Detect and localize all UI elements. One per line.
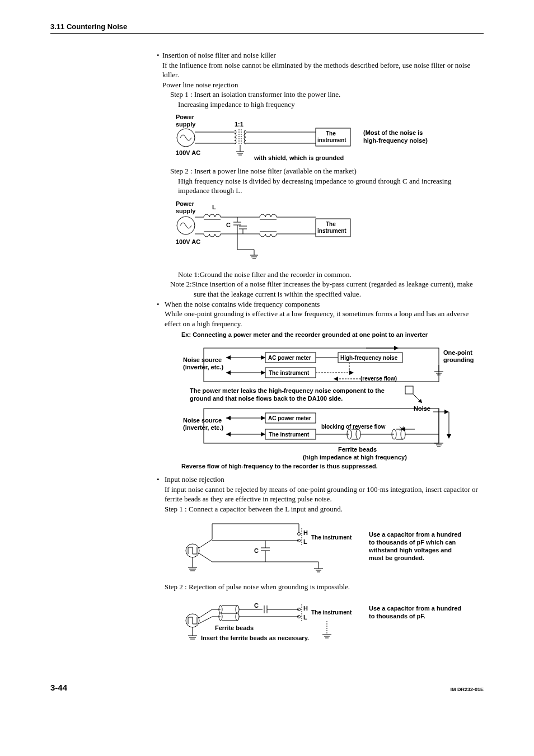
svg-text:Use a capacitor from a hundred: Use a capacitor from a hundred [369, 605, 461, 612]
svg-text:Insert the ferrite beads as ne: Insert the ferrite beads as necessary. [201, 635, 309, 641]
svg-text:supply: supply [176, 121, 196, 128]
svg-text:H: H [303, 529, 308, 536]
svg-text:to thousands of pF.: to thousands of pF. [369, 613, 425, 619]
svg-text:instrument: instrument [317, 228, 346, 234]
main-content: • Insertion of noise filter and noise ki… [157, 50, 484, 655]
figure-input-capacitor: H L The instrument C [181, 517, 484, 579]
svg-text:Noise source: Noise source [183, 356, 222, 363]
svg-text:withstand high voltages and: withstand high voltages and [368, 547, 452, 553]
svg-marker-125 [447, 434, 451, 439]
step-title: Step 2 : Insert a power line noise filte… [170, 166, 484, 176]
svg-text:(inverter, etc.): (inverter, etc.) [183, 364, 223, 370]
step-title: Step 2 : Rejection of pulse noise when g… [165, 582, 484, 592]
svg-text:Noise: Noise [414, 405, 430, 412]
svg-point-139 [298, 533, 301, 536]
svg-point-174 [236, 605, 239, 613]
bullet-title: Insertion of noise filter and noise kill… [162, 50, 484, 60]
step-title: Step 1 : Connect a capacitor between the… [165, 504, 484, 514]
bullet-icon: • [157, 50, 162, 299]
svg-text:to thousands of pF which can: to thousands of pF which can [369, 539, 456, 546]
paragraph: Power line noise rejection [162, 80, 484, 90]
step-subtitle: High frequency noise is divided by decre… [178, 176, 484, 196]
figure-one-point-grounding: Noise source (inverter, etc.) AC power m… [181, 342, 484, 471]
svg-text:The instrument: The instrument [269, 431, 310, 438]
svg-text:blocking of reverse flow: blocking of reverse flow [321, 424, 386, 430]
svg-text:The instrument: The instrument [311, 609, 352, 616]
svg-point-180 [236, 613, 239, 621]
svg-text:100V AC: 100V AC [176, 238, 200, 245]
figure-line-filter: Power supply 100V AC L [170, 199, 484, 266]
svg-line-169 [199, 617, 212, 623]
svg-text:AC power meter: AC power meter [268, 355, 311, 361]
svg-text:C: C [254, 547, 259, 554]
svg-text:Ferrite beads: Ferrite beads [215, 624, 254, 631]
svg-point-116 [401, 429, 405, 439]
svg-text:L: L [212, 204, 216, 210]
svg-text:Ferrite beads: Ferrite beads [338, 446, 377, 453]
svg-text:H: H [303, 605, 308, 612]
svg-text:Noise source: Noise source [183, 417, 222, 424]
svg-text:C: C [226, 222, 231, 228]
note: Note 2:Since insertion of a noise filter… [194, 279, 484, 299]
svg-marker-99 [226, 432, 231, 436]
svg-text:100V AC: 100V AC [176, 149, 200, 156]
svg-text:1:1: 1:1 [235, 121, 243, 128]
step-title: Step 1 : Insert an isolation transformer… [170, 90, 484, 100]
svg-text:instrument: instrument [317, 137, 346, 143]
figure-isolation-transformer: Power supply 100V AC 1:1 [170, 112, 484, 163]
svg-text:(Most of the noise is: (Most of the noise is [363, 129, 423, 136]
svg-rect-85 [405, 386, 413, 394]
paragraph: While one-point grounding is effective a… [165, 309, 484, 328]
svg-text:must be grounded.: must be grounded. [369, 555, 424, 561]
note: Note 1:Ground the noise filter and the r… [178, 270, 484, 280]
svg-text:supply: supply [176, 208, 196, 214]
svg-text:Use a capacitor from a hundred: Use a capacitor from a hundred [369, 531, 461, 538]
svg-text:The: The [326, 130, 336, 137]
svg-point-111 [356, 429, 360, 439]
svg-line-168 [199, 609, 212, 618]
svg-marker-97 [261, 416, 265, 420]
svg-line-134 [199, 539, 212, 548]
svg-text:The power meter leaks the high: The power meter leaks the high-frequency… [190, 387, 385, 394]
paragraph: If the influence from noise cannot be el… [162, 60, 484, 80]
svg-marker-123 [444, 410, 449, 414]
figure-ferrite-beads: C H L The instrument Ferrite beads Inser… [181, 595, 484, 651]
svg-text:The instrument: The instrument [311, 534, 352, 541]
svg-text:The: The [326, 221, 336, 227]
svg-text:Power: Power [176, 114, 195, 120]
svg-marker-75 [334, 377, 338, 381]
svg-text:with shield, which is grounded: with shield, which is grounded [254, 154, 344, 161]
svg-marker-100 [261, 432, 265, 436]
svg-marker-64 [261, 355, 265, 360]
page-number: 3-44 [50, 683, 67, 692]
svg-text:L: L [303, 538, 307, 545]
document-id: IM DR232-01E [450, 687, 484, 692]
svg-text:(inverter, etc.): (inverter, etc.) [183, 424, 223, 431]
svg-text:ground and that noise flows ba: ground and that noise flows back to the … [190, 395, 343, 402]
svg-marker-66 [226, 370, 231, 375]
svg-text:L: L [303, 614, 307, 621]
svg-marker-67 [261, 370, 265, 375]
example-title: Ex: Connecting a power meter and the rec… [181, 331, 484, 339]
svg-marker-96 [226, 416, 231, 420]
svg-rect-53 [204, 348, 439, 382]
svg-text:C: C [254, 602, 259, 609]
svg-marker-63 [226, 355, 231, 360]
svg-text:AC power meter: AC power meter [268, 415, 311, 421]
svg-text:grounding: grounding [443, 356, 474, 363]
svg-text:(reverse flow): (reverse flow) [360, 375, 397, 382]
svg-text:(high impedance at high freque: (high impedance at high frequency) [303, 454, 407, 461]
bullet-title: Input noise rejection [165, 475, 484, 485]
svg-text:High-frequency noise: High-frequency noise [340, 355, 398, 361]
bullet-icon: • [157, 299, 165, 475]
bullet-icon: • [157, 475, 165, 655]
svg-text:high-frequency noise): high-frequency noise) [363, 137, 428, 144]
section-header: 3.11 Countering Noise [50, 22, 484, 34]
step-subtitle: Increasing impedance to high frequency [178, 100, 484, 110]
bullet-title: When the noise contains wide frequency c… [165, 299, 484, 309]
svg-text:The instrument: The instrument [269, 370, 310, 376]
svg-text:One-point: One-point [443, 349, 472, 356]
svg-marker-72 [349, 370, 354, 375]
svg-line-135 [199, 553, 212, 562]
paragraph: If input noise cannot be rejected by mea… [165, 485, 484, 504]
